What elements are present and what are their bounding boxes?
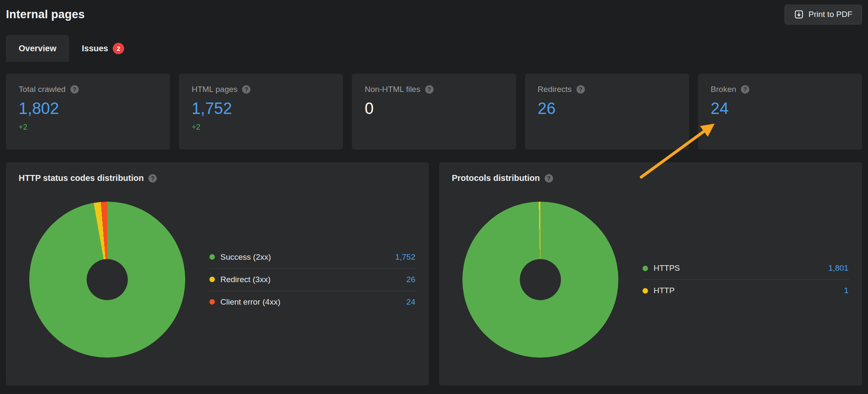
stat-card-delta xyxy=(538,123,676,132)
stat-card-label: HTML pages xyxy=(192,85,237,94)
print-to-pdf-label: Print to PDF xyxy=(809,10,852,19)
internal-pages-report: Internal pages Print to PDF Overview Iss… xyxy=(0,0,868,394)
stat-card-html-pages: HTML pages 1,752 +2 xyxy=(179,74,343,150)
stat-card-label: Redirects xyxy=(538,85,572,94)
stat-card-value[interactable]: 1,802 xyxy=(19,100,157,118)
protocols-donut-chart[interactable] xyxy=(462,202,618,358)
stat-card-label: Total crawled xyxy=(19,85,66,94)
stat-card-value[interactable]: 26 xyxy=(538,100,676,118)
help-icon[interactable] xyxy=(545,174,553,183)
tab-issues[interactable]: Issues 2 xyxy=(69,35,137,62)
legend-dot-success xyxy=(209,254,215,260)
panel-title: Protocols distribution xyxy=(452,173,540,183)
download-file-icon xyxy=(794,10,804,19)
legend-value[interactable]: 26 xyxy=(406,275,415,284)
stat-card-delta: +2 xyxy=(19,123,157,132)
stat-cards-row: Total crawled 1,802 +2 HTML pages 1,752 … xyxy=(6,74,862,150)
http-status-donut-chart[interactable] xyxy=(29,202,185,358)
help-icon[interactable] xyxy=(741,85,749,94)
donut-hole xyxy=(520,259,561,300)
legend-label: HTTPS xyxy=(654,264,680,273)
legend-dot-https xyxy=(643,266,648,271)
legend-dot-redirect xyxy=(209,277,215,282)
legend-dot-client-error xyxy=(209,299,215,305)
protocols-panel: Protocols distribution HTTPS 1,801 HTTP xyxy=(439,162,862,386)
help-icon[interactable] xyxy=(148,174,157,183)
legend-row: HTTPS 1,801 xyxy=(642,257,849,280)
panel-title: HTTP status codes distribution xyxy=(19,173,144,183)
header: Internal pages Print to PDF xyxy=(6,4,862,25)
legend-value[interactable]: 1 xyxy=(844,286,849,295)
tab-overview[interactable]: Overview xyxy=(6,35,69,62)
help-icon[interactable] xyxy=(242,85,250,94)
stat-card-value[interactable]: 1,752 xyxy=(192,100,330,118)
legend-value[interactable]: 24 xyxy=(406,297,415,307)
legend-label: HTTP xyxy=(654,286,675,295)
help-icon[interactable] xyxy=(70,85,79,94)
legend-label: Redirect (3xx) xyxy=(220,275,270,284)
help-icon[interactable] xyxy=(576,85,585,94)
legend-row: Redirect (3xx) 26 xyxy=(209,269,416,291)
donut-hole xyxy=(87,259,128,300)
http-status-codes-panel: HTTP status codes distribution Success (… xyxy=(6,162,429,386)
stat-card-delta xyxy=(364,123,503,132)
stat-card-value: 0 xyxy=(364,100,503,118)
stat-card-non-html-files: Non-HTML files 0 xyxy=(352,74,516,150)
stat-card-redirects: Redirects 26 xyxy=(525,74,689,150)
legend-value[interactable]: 1,801 xyxy=(828,264,849,273)
stat-card-delta xyxy=(711,123,849,132)
protocols-legend: HTTPS 1,801 HTTP 1 xyxy=(642,257,849,302)
tab-bar: Overview Issues 2 xyxy=(6,35,862,62)
legend-label: Success (2xx) xyxy=(220,252,271,262)
legend-row: Success (2xx) 1,752 xyxy=(209,246,416,269)
http-status-legend: Success (2xx) 1,752 Redirect (3xx) 26 Cl… xyxy=(209,246,416,313)
page-title: Internal pages xyxy=(6,8,85,21)
tab-issues-label: Issues xyxy=(82,44,108,53)
stat-card-broken: Broken 24 xyxy=(698,74,862,150)
legend-dot-http xyxy=(643,288,648,294)
issues-count-badge: 2 xyxy=(113,43,124,54)
help-icon[interactable] xyxy=(425,85,434,94)
legend-value[interactable]: 1,752 xyxy=(395,252,415,262)
stat-card-label: Non-HTML files xyxy=(364,85,420,94)
legend-label: Client error (4xx) xyxy=(220,297,280,307)
stat-card-delta: +2 xyxy=(192,123,330,132)
tab-overview-label: Overview xyxy=(19,44,56,53)
stat-card-label: Broken xyxy=(711,85,736,94)
print-to-pdf-button[interactable]: Print to PDF xyxy=(785,5,862,25)
stat-card-total-crawled: Total crawled 1,802 +2 xyxy=(6,74,170,150)
stat-card-value[interactable]: 24 xyxy=(711,100,849,118)
legend-row: HTTP 1 xyxy=(642,280,849,302)
legend-row: Client error (4xx) 24 xyxy=(209,291,416,313)
charts-row: HTTP status codes distribution Success (… xyxy=(6,162,862,386)
